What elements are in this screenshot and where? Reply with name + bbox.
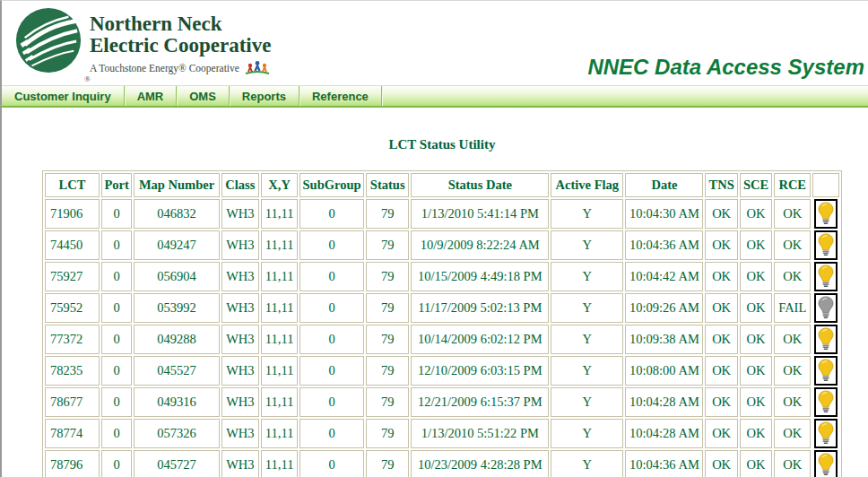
cell-sce: OK: [740, 387, 772, 417]
system-title: NNEC Data Access System: [587, 55, 864, 80]
cell-active-flag: Y: [551, 262, 623, 291]
cell-class: WH3: [221, 325, 260, 354]
cell-bulb: [812, 262, 839, 291]
cell-class: WH3: [221, 419, 260, 448]
table-row-lct-78796: 787960045727WH311,1107910/23/2009 4:28:2…: [45, 450, 839, 477]
cell-class: WH3: [221, 387, 260, 417]
cell-tns: OK: [705, 325, 737, 354]
cell-active-flag: Y: [551, 293, 623, 323]
main-content: LCT Status Utility LCTPortMap NumberClas…: [42, 137, 842, 477]
cell-lct: 78235: [45, 356, 100, 386]
cell-map-number: 057326: [134, 419, 219, 448]
lct-status-table: LCTPortMap NumberClassX,YSubGroupStatusS…: [42, 170, 842, 477]
cell-active-flag: Y: [551, 356, 623, 386]
coop-name-line2: Electric Cooperative: [90, 35, 271, 56]
cell-sce: OK: [740, 293, 772, 323]
cell-active-flag: Y: [551, 199, 623, 229]
cell-rce: OK: [774, 230, 811, 260]
nav-item-oms[interactable]: OMS: [177, 86, 230, 106]
cell-class: WH3: [221, 262, 260, 291]
column-header-sce: SCE: [740, 173, 772, 197]
touchstone-energy-icon: [244, 60, 271, 76]
cell-port: 0: [101, 356, 133, 386]
lightbulb-on-icon[interactable]: [814, 356, 838, 386]
cell-status-date: 12/10/2009 6:03:15 PM: [411, 356, 549, 386]
lightbulb-on-icon[interactable]: [814, 230, 838, 260]
brand-header: ® Northern Neck Electric Cooperative A T…: [2, 1, 868, 83]
table-row-lct-75952: 759520053992WH311,1107911/17/2009 5:02:1…: [45, 293, 839, 323]
cell-status: 79: [366, 450, 409, 477]
cell-xy: 11,11: [261, 230, 298, 260]
cell-sce: OK: [740, 419, 772, 448]
cell-status-date: 10/9/2009 8:22:24 AM: [411, 230, 549, 260]
cell-tns: OK: [705, 356, 737, 386]
lightbulb-on-icon[interactable]: [814, 262, 838, 291]
cell-map-number: 046832: [134, 199, 219, 229]
coop-logo: ® Northern Neck Electric Cooperative A T…: [14, 6, 271, 76]
cell-subgroup: 0: [299, 356, 364, 386]
cell-lct: 78774: [45, 419, 100, 448]
cell-subgroup: 0: [299, 230, 364, 260]
cell-map-number: 045527: [134, 356, 219, 386]
cell-status: 79: [366, 387, 409, 417]
column-header-rce: RCE: [774, 173, 811, 197]
nav-item-reports[interactable]: Reports: [230, 86, 299, 106]
cell-lct: 78677: [45, 387, 100, 417]
lightbulb-on-icon[interactable]: [814, 199, 838, 229]
cell-rce: OK: [774, 199, 811, 229]
cell-status-date: 10/15/2009 4:49:18 PM: [411, 262, 549, 291]
column-header-active-flag: Active Flag: [551, 173, 623, 197]
cell-tns: OK: [705, 387, 737, 417]
column-header-port: Port: [101, 173, 133, 197]
cell-xy: 11,11: [261, 450, 298, 477]
cell-status-date: 10/23/2009 4:28:28 PM: [411, 450, 549, 477]
cell-rce: OK: [774, 387, 811, 417]
coop-name-line1: Northern Neck: [90, 13, 271, 35]
cell-bulb: [812, 356, 839, 386]
cell-date: 10:04:28 AM: [625, 387, 703, 417]
cell-map-number: 049316: [134, 387, 219, 417]
cell-xy: 11,11: [261, 199, 298, 229]
cell-rce: OK: [774, 356, 811, 386]
cell-rce: OK: [774, 325, 811, 354]
nav-item-customer-inquiry[interactable]: Customer Inquiry: [2, 86, 125, 106]
table-row-lct-78774: 787740057326WH311,110791/13/2010 5:51:22…: [45, 419, 839, 448]
cell-tns: OK: [705, 230, 737, 260]
cell-class: WH3: [221, 356, 260, 386]
cell-port: 0: [101, 262, 133, 291]
column-header-date: Date: [625, 173, 703, 197]
lightbulb-on-icon[interactable]: [814, 325, 838, 354]
cell-date: 10:04:30 AM: [625, 199, 703, 229]
lightbulb-on-icon[interactable]: [814, 387, 838, 417]
cell-lct: 75927: [45, 262, 100, 291]
cell-lct: 78796: [45, 450, 100, 477]
cell-bulb: [812, 199, 839, 229]
column-header-status-date: Status Date: [411, 173, 549, 197]
cell-map-number: 053992: [134, 293, 219, 323]
registered-mark: ®: [84, 74, 91, 83]
cell-subgroup: 0: [299, 199, 364, 229]
cell-tns: OK: [705, 262, 737, 291]
cell-map-number: 049247: [134, 230, 219, 260]
lightbulb-on-icon[interactable]: [814, 450, 838, 477]
cell-class: WH3: [221, 230, 260, 260]
nav-item-amr[interactable]: AMR: [125, 86, 178, 106]
cell-status: 79: [366, 262, 409, 291]
coop-logo-icon: [14, 6, 82, 74]
cell-port: 0: [101, 293, 133, 323]
cell-port: 0: [101, 230, 133, 260]
cell-date: 10:04:28 AM: [625, 419, 703, 448]
cell-tns: OK: [705, 199, 737, 229]
cell-date: 10:04:36 AM: [625, 450, 703, 477]
column-header-lct: LCT: [45, 173, 100, 197]
nav-item-reference[interactable]: Reference: [299, 86, 382, 106]
lightbulb-off-icon[interactable]: [814, 293, 838, 323]
column-header-bulb: [812, 173, 839, 197]
lightbulb-on-icon[interactable]: [814, 419, 838, 448]
main-nav: Customer InquiryAMROMSReportsReference: [2, 85, 868, 108]
cell-bulb: [812, 450, 839, 477]
cell-status-date: 11/17/2009 5:02:13 PM: [411, 293, 549, 323]
cell-rce: OK: [774, 450, 811, 477]
cell-xy: 11,11: [261, 262, 298, 291]
cell-active-flag: Y: [551, 387, 623, 417]
